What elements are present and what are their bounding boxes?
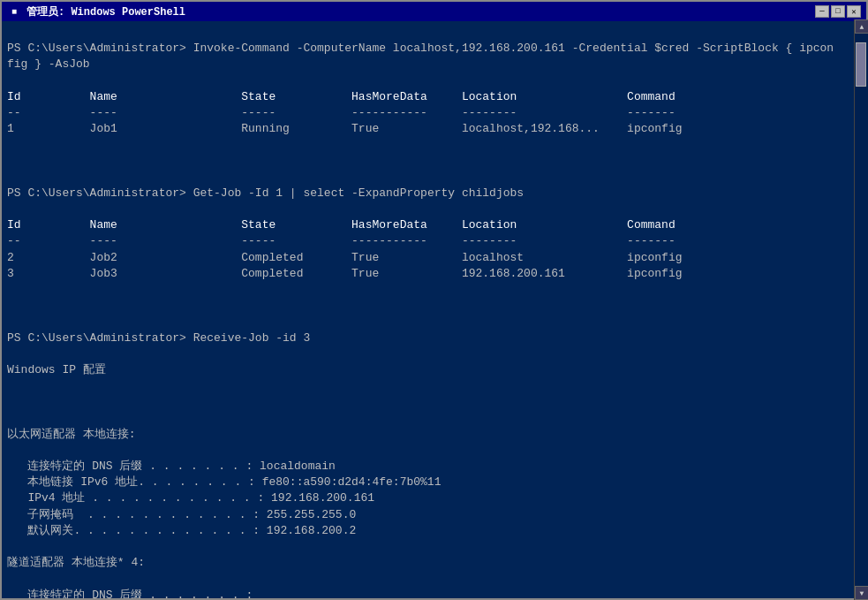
title-bar-left: ■ 管理员: Windows PowerShell — [7, 4, 185, 19]
powershell-window: ■ 管理员: Windows PowerShell ─ □ ✕ PS C:\Us… — [0, 0, 868, 600]
table-sep-2: -- ---- ----- ----------- -------- -----… — [7, 234, 676, 247]
terminal-content[interactable]: PS C:\Users\Administrator> Invoke-Comman… — [2, 21, 866, 598]
win-ip-title: Windows IP 配置 — [7, 363, 106, 376]
title-bar-buttons: ─ □ ✕ — [815, 5, 861, 18]
dns-suffix-2: 连接特定的 DNS 后缀 . . . . . . . : — [7, 589, 253, 598]
col-id-1: Id Name State HasMoreData Location Comma… — [7, 90, 676, 103]
window-title: 管理员: Windows PowerShell — [26, 4, 185, 19]
scrollbar[interactable]: ▲ ▼ — [854, 21, 866, 598]
ipv6-link-1: 本地链接 IPv6 地址. . . . . . . . : fe80::a590… — [7, 475, 441, 489]
maximize-button[interactable]: □ — [831, 5, 845, 18]
scroll-thumb[interactable] — [856, 42, 866, 87]
table-header-1: Id Name State HasMoreData Location Comma… — [7, 90, 676, 103]
line-receive-job: PS C:\Users\Administrator> Receive-Job -… — [7, 331, 310, 345]
powershell-icon: ■ — [7, 4, 21, 19]
ethernet-header: 以太网适配器 本地连接: — [7, 428, 136, 441]
table-row-2: 2 Job2 Completed True localhost ipconfig — [7, 251, 683, 264]
line-2: fig } -AsJob — [7, 57, 90, 71]
table-sep-1: -- ---- ----- ----------- -------- -----… — [7, 106, 676, 119]
scroll-up-arrow[interactable]: ▲ — [855, 21, 866, 34]
window-wrap: ■ 管理员: Windows PowerShell ─ □ ✕ PS C:\Us… — [0, 0, 868, 600]
default-gw-1: 默认网关. . . . . . . . . . . . . : 192.168.… — [7, 524, 356, 537]
col-id-2: Id Name State HasMoreData Location Comma… — [7, 218, 676, 232]
minimize-button[interactable]: ─ — [815, 5, 829, 18]
table-header-2: Id Name State HasMoreData Location Comma… — [7, 218, 676, 232]
table-row-1: 1 Job1 Running True localhost,192.168...… — [7, 122, 683, 135]
close-button[interactable]: ✕ — [847, 5, 861, 18]
dns-suffix-1: 连接特定的 DNS 后缀 . . . . . . . : localdomain — [7, 459, 336, 473]
line-get-job: PS C:\Users\Administrator> Get-Job -Id 1… — [7, 186, 524, 200]
scroll-down-arrow[interactable]: ▼ — [855, 586, 866, 598]
line-1: PS C:\Users\Administrator> Invoke-Comman… — [7, 42, 834, 55]
subnet-mask: 子网掩码 . . . . . . . . . . . . : 255.255.2… — [7, 508, 356, 521]
scroll-area[interactable] — [855, 34, 866, 586]
title-bar: ■ 管理员: Windows PowerShell ─ □ ✕ — [2, 2, 866, 21]
tunnel-header-1: 隧道适配器 本地连接* 4: — [7, 556, 145, 569]
ipv4-addr: IPv4 地址 . . . . . . . . . . . . : 192.16… — [7, 491, 374, 505]
table-row-3: 3 Job3 Completed True 192.168.200.161 ip… — [7, 267, 683, 280]
